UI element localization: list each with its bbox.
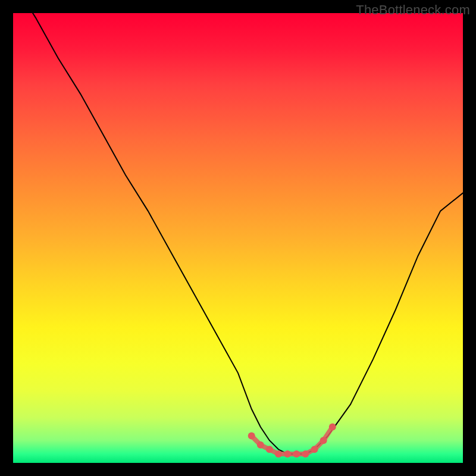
chart-plot-area — [13, 13, 463, 463]
chart-svg — [13, 13, 463, 463]
watermark-text: TheBottleneck.com — [356, 2, 470, 18]
bottleneck-curve — [13, 13, 463, 454]
